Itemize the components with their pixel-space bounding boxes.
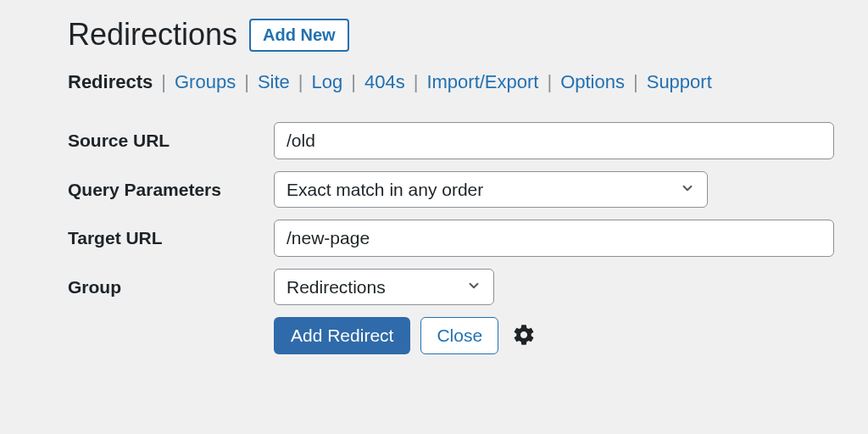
tab-log[interactable]: Log <box>312 71 343 93</box>
tab-redirects[interactable]: Redirects <box>68 71 153 93</box>
page-title: Redirections <box>68 17 237 53</box>
add-redirect-button[interactable]: Add Redirect <box>274 317 410 354</box>
query-parameters-label: Query Parameters <box>68 180 274 200</box>
tab-separator: | <box>351 71 356 93</box>
group-label: Group <box>68 277 274 298</box>
tab-separator: | <box>547 71 552 93</box>
tab-separator: | <box>298 71 303 93</box>
add-new-button[interactable]: Add New <box>249 19 349 52</box>
group-select[interactable]: Redirections <box>275 270 493 304</box>
tab-import-export[interactable]: Import/Export <box>426 71 538 93</box>
tab-404s[interactable]: 404s <box>364 71 405 93</box>
tab-options[interactable]: Options <box>560 71 625 93</box>
tab-groups[interactable]: Groups <box>175 71 236 93</box>
tab-separator: | <box>633 71 638 93</box>
close-button[interactable]: Close <box>420 317 498 354</box>
tab-separator: | <box>244 71 249 93</box>
settings-gear-button[interactable] <box>509 320 539 353</box>
query-parameters-select-wrapper: Exact match in any order <box>274 171 708 208</box>
tab-support[interactable]: Support <box>647 71 712 93</box>
tab-separator: | <box>414 71 419 93</box>
query-parameters-select[interactable]: Exact match in any order <box>275 172 707 207</box>
group-select-wrapper: Redirections <box>274 269 494 305</box>
tabs-nav: Redirects | Groups | Site | Log | 404s |… <box>68 71 834 93</box>
source-url-input[interactable] <box>274 122 834 159</box>
tab-separator: | <box>161 71 166 93</box>
target-url-label: Target URL <box>68 228 274 248</box>
target-url-input[interactable] <box>274 220 834 257</box>
tab-site[interactable]: Site <box>258 71 290 93</box>
source-url-label: Source URL <box>68 131 274 151</box>
gear-icon <box>512 337 536 349</box>
